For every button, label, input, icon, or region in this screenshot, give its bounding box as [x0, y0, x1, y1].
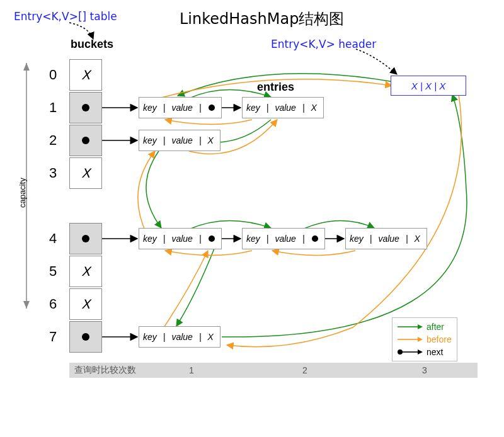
entry-key: key [139, 332, 161, 342]
entry-key: key [139, 103, 161, 113]
entry-null: X [204, 332, 217, 342]
entry-null: X [411, 234, 424, 244]
table-label: Entry<K,V>[] table [14, 10, 117, 23]
entry-node: key| value| X [139, 326, 220, 348]
entry-key: key [346, 234, 367, 244]
entry-value: value [271, 234, 299, 244]
entry-node: key| value| X [139, 130, 220, 151]
footer-bar: 查询时比较次数 1 2 3 [69, 363, 478, 378]
bucket-index: 4 [44, 230, 62, 247]
pointer-dot-icon [209, 105, 215, 111]
legend-next-icon [396, 348, 423, 356]
header-entry: X | X | X [391, 76, 466, 96]
pointer-dot-icon [209, 236, 215, 242]
bucket-cell: X [69, 59, 102, 91]
bucket-cell [69, 223, 102, 254]
sep: | [300, 103, 307, 113]
pointer-dot-icon [82, 235, 89, 242]
capacity-label: capacity [18, 178, 27, 208]
legend-row-after: after [396, 321, 452, 333]
entry-node: key| value| X [345, 228, 427, 249]
sep: | [264, 234, 272, 244]
bucket-cell [69, 92, 102, 123]
entries-label: entries [257, 81, 294, 94]
legend-next-label: next [427, 347, 443, 357]
diagram-title: LinkedHashMap结构图 [180, 9, 344, 29]
entry-node: key| value| [242, 228, 325, 249]
sep: | [161, 332, 168, 342]
bucket-index: 6 [44, 296, 62, 312]
footer-tick: 1 [189, 365, 194, 375]
bucket-index: 5 [44, 263, 62, 280]
entry-key: key [243, 103, 264, 113]
entry-key: key [139, 234, 161, 244]
sep: | [197, 234, 204, 244]
bucket-index: 7 [44, 329, 62, 345]
entry-node: key| value| [139, 97, 222, 118]
pointer-dot-icon [312, 236, 318, 242]
legend-after-label: after [427, 322, 444, 332]
sep: | [300, 234, 307, 244]
bucket-cell: X [69, 288, 102, 320]
entry-value: value [168, 332, 196, 342]
legend-before-icon [396, 336, 423, 343]
entry-key: key [139, 135, 161, 145]
bucket-index: 0 [44, 67, 62, 83]
bucket-cell: X [69, 157, 102, 189]
sep: | [403, 234, 411, 244]
pointer-dot-icon [82, 137, 89, 144]
header-label: Entry<K,V> header [271, 38, 376, 50]
pointer-dot-icon [82, 333, 89, 341]
sep: | [197, 103, 204, 113]
bucket-cell [69, 125, 102, 156]
legend-after-icon [396, 323, 423, 331]
bucket-cell [69, 321, 102, 353]
bucket-index: 1 [44, 99, 62, 116]
bucket-mark: X [81, 67, 90, 82]
entry-key: key [243, 234, 264, 244]
sep: | [264, 103, 272, 113]
buckets-label: buckets [71, 38, 113, 51]
entry-node: key| value| [139, 228, 222, 249]
bucket-mark: X [81, 264, 90, 279]
entry-value: value [168, 234, 196, 244]
entry-value: value [271, 103, 299, 113]
entry-null: X [204, 135, 217, 145]
bucket-cell: X [69, 256, 102, 287]
footer-label: 查询时比较次数 [69, 365, 136, 376]
sep: | [367, 234, 375, 244]
bucket-index: 2 [44, 132, 62, 149]
sep: | [197, 332, 204, 342]
sep: | [197, 135, 204, 145]
bucket-mark: X [81, 297, 90, 312]
legend-row-before: before [396, 333, 452, 346]
header-entry-cells: X | X | X [411, 81, 445, 91]
sep: | [161, 234, 168, 244]
entry-value: value [168, 135, 196, 145]
footer-tick: 2 [302, 365, 307, 375]
entry-value: value [374, 234, 403, 244]
legend-before-label: before [427, 334, 452, 344]
entry-null: X [307, 103, 321, 113]
bucket-index: 3 [44, 165, 62, 181]
bucket-mark: X [81, 166, 90, 181]
legend-row-next: next [396, 346, 452, 358]
sep: | [161, 103, 168, 113]
svg-point-10 [398, 349, 403, 355]
sep: | [161, 135, 168, 145]
legend: after before next [392, 317, 457, 361]
pointer-dot-icon [82, 104, 89, 111]
entry-value: value [168, 103, 196, 113]
footer-tick: 3 [422, 365, 427, 375]
entry-node: key| value| X [242, 97, 324, 118]
